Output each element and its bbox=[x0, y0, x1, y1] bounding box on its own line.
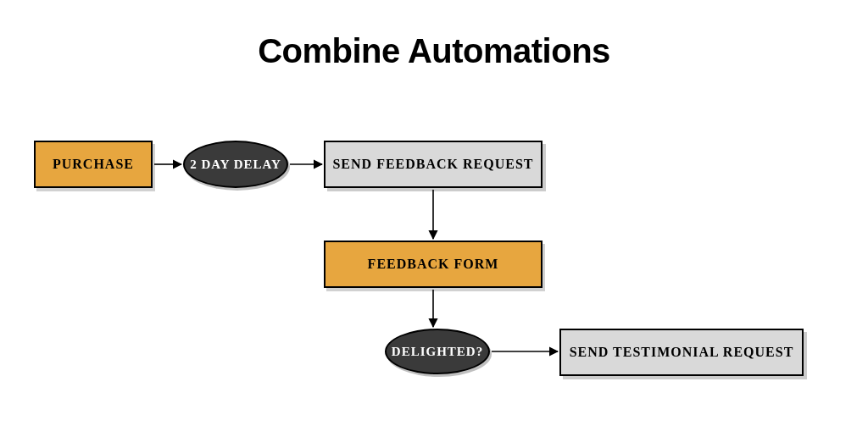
diagram-canvas: Combine Automations PURCHASE 2 DAY DELAY… bbox=[0, 0, 868, 448]
node-feedback-form: FEEDBACK FORM bbox=[324, 241, 542, 288]
node-purchase-label: PURCHASE bbox=[53, 157, 134, 172]
node-delighted-label: DELIGHTED? bbox=[392, 345, 483, 359]
node-purchase: PURCHASE bbox=[34, 141, 153, 188]
node-send-feedback-label: SEND FEEDBACK REQUEST bbox=[332, 157, 533, 172]
node-send-testimonial: SEND TESTIMONIAL REQUEST bbox=[559, 329, 804, 376]
node-feedback-form-label: FEEDBACK FORM bbox=[368, 257, 499, 272]
node-delay: 2 DAY DELAY bbox=[183, 141, 288, 188]
node-delighted: DELIGHTED? bbox=[385, 329, 490, 374]
node-send-testimonial-label: SEND TESTIMONIAL REQUEST bbox=[570, 345, 794, 360]
node-send-feedback: SEND FEEDBACK REQUEST bbox=[324, 141, 542, 188]
page-title: Combine Automations bbox=[0, 32, 868, 70]
node-delay-label: 2 DAY DELAY bbox=[190, 158, 281, 172]
